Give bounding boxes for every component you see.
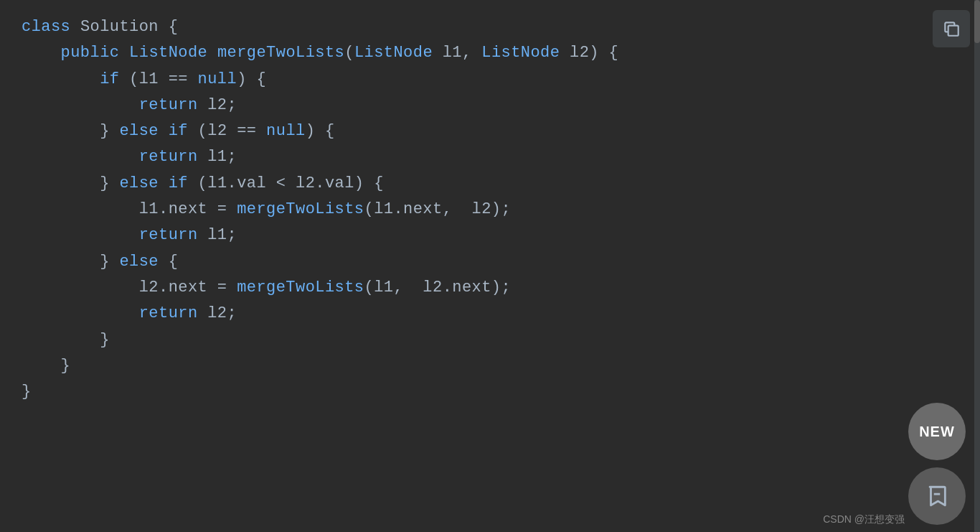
code-line-14: } (22, 353, 958, 379)
scrollbar-thumb[interactable] (974, 0, 980, 43)
code-line-3: if (l1 == null) { (22, 67, 958, 93)
bookmark-button[interactable] (908, 467, 966, 525)
copy-button[interactable] (933, 10, 970, 47)
code-line-9: return l1; (22, 223, 958, 248)
copy-icon (942, 19, 961, 38)
new-button-label: NEW (919, 424, 955, 440)
svg-rect-0 (948, 26, 958, 36)
code-line-2: public ListNode mergeTwoLists(ListNode l… (22, 40, 958, 66)
code-line-4: return l2; (22, 93, 958, 118)
code-line-5: } else if (l2 == null) { (22, 118, 958, 144)
code-line-8: l1.next = mergeTwoLists(l1.next, l2); (22, 197, 958, 223)
code-line-10: } else { (22, 249, 958, 275)
code-container: class Solution { public ListNode mergeTw… (0, 0, 980, 532)
scrollbar[interactable] (974, 0, 980, 532)
code-line-13: } (22, 327, 958, 353)
code-line-12: return l2; (22, 301, 958, 327)
code-line-15: } (22, 379, 958, 405)
bookmark-icon (925, 484, 949, 508)
code-block: class Solution { public ListNode mergeTw… (22, 14, 958, 405)
code-line-6: return l1; (22, 144, 958, 170)
watermark: CSDN @汪想变强 (823, 513, 905, 526)
code-line-1: class Solution { (22, 14, 958, 40)
code-line-11: l2.next = mergeTwoLists(l1, l2.next); (22, 275, 958, 301)
new-button[interactable]: NEW (908, 403, 966, 460)
code-line-7: } else if (l1.val < l2.val) { (22, 171, 958, 197)
